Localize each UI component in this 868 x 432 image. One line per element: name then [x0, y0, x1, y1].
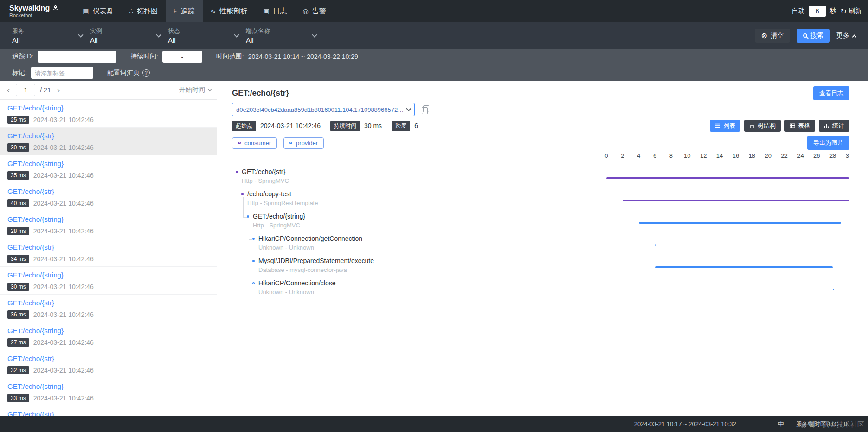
- trace-item-meta: 32 ms2024-03-21 10:42:46: [7, 366, 209, 374]
- trace-list-item[interactable]: GET:/echo/{str}36 ms2024-03-21 10:42:46: [0, 295, 217, 322]
- main-nav: ▤仪表盘∴拓扑图⊦追踪∿性能剖析▣日志◎告警: [75, 0, 334, 22]
- span-layer: Database - mysql-connector-java: [258, 266, 347, 273]
- alarm-icon: ◎: [303, 7, 309, 15]
- trace-detail-panel: GET:/echo/{str} 查看日志 d0e203cf40cb42daaa8…: [217, 81, 868, 416]
- filter-select-value: All: [246, 36, 311, 44]
- language-toggle[interactable]: 中: [778, 420, 784, 428]
- span-duration-bar[interactable]: [606, 177, 849, 179]
- span-node-dot[interactable]: [252, 282, 255, 284]
- chevron-down-icon: [156, 32, 161, 37]
- span-name[interactable]: HikariCP/Connection/getConnection: [258, 235, 362, 242]
- service-color-dot: [289, 142, 292, 144]
- tag-input[interactable]: [31, 67, 93, 79]
- help-icon[interactable]: ?: [142, 69, 150, 77]
- nav-item-topology[interactable]: ∴拓扑图: [121, 0, 166, 22]
- trace-list-item[interactable]: GET:/echo/{str}40 ms2024-03-21 10:42:46: [0, 183, 217, 211]
- filter-select-instance[interactable]: 实例All: [90, 27, 165, 44]
- refresh-interval-input[interactable]: [809, 6, 826, 17]
- nav-item-profile[interactable]: ∿性能剖析: [203, 0, 256, 22]
- clear-button[interactable]: ⊗ 清空: [755, 29, 790, 43]
- watermark-icon: ◉: [800, 421, 806, 429]
- span-node-dot[interactable]: [236, 171, 238, 173]
- trace-list-item[interactable]: GET:/echo/{str}: [0, 406, 217, 416]
- span-name[interactable]: HikariCP/Connection/close: [258, 279, 336, 287]
- config-vocabulary-link[interactable]: 配置词汇页 ?: [107, 69, 150, 77]
- span-duration-bar[interactable]: [655, 244, 656, 246]
- view-mode-table[interactable]: 表格: [784, 120, 815, 132]
- trace-list-item[interactable]: GET:/echo/{string}35 ms2024-03-21 10:42:…: [0, 155, 217, 183]
- trace-duration-badge: 30 ms: [7, 143, 29, 152]
- span-node-dot[interactable]: [241, 193, 244, 195]
- trace-item-meta: 30 ms2024-03-21 10:42:46: [7, 143, 209, 152]
- trace-duration-badge: 34 ms: [7, 255, 29, 263]
- advanced-filter-row-2: 标记: 配置词汇页 ?: [12, 67, 856, 79]
- spans-badge: 跨度: [392, 121, 410, 131]
- search-button[interactable]: 搜索: [797, 29, 830, 43]
- top-navbar: Skywalking Rocketbot ▤仪表盘∴拓扑图⊦追踪∿性能剖析▣日志…: [0, 0, 868, 22]
- span-name[interactable]: GET:/echo/{str}: [242, 168, 285, 175]
- trace-start-time: 2024-03-21 10:42:46: [33, 144, 94, 151]
- nav-item-trace[interactable]: ⊦追踪: [166, 0, 202, 22]
- filter-select-endpoint[interactable]: 端点名称All: [246, 27, 321, 44]
- span-duration-bar[interactable]: [655, 266, 833, 268]
- nav-item-alarm[interactable]: ◎告警: [295, 0, 334, 22]
- filter-select-label: 服务: [12, 27, 77, 35]
- sort-label: 开始时间: [179, 86, 205, 94]
- span-node-dot[interactable]: [252, 260, 255, 262]
- trace-duration-badge: 40 ms: [7, 199, 29, 207]
- footer-time-range[interactable]: 2024-03-21 10:17 ~ 2024-03-21 10:32: [634, 420, 736, 427]
- view-mode-stats[interactable]: 统计: [819, 120, 849, 132]
- trace-list-item[interactable]: GET:/echo/{string}33 ms2024-03-21 10:42:…: [0, 378, 217, 406]
- trace-list-item[interactable]: GET:/echo/{str}32 ms2024-03-21 10:42:46: [0, 350, 217, 378]
- trace-list-item[interactable]: GET:/echo/{str}34 ms2024-03-21 10:42:46: [0, 239, 217, 267]
- chevron-up-icon: [852, 34, 857, 39]
- logo: Skywalking Rocketbot: [9, 4, 59, 19]
- view-mode-list[interactable]: 列表: [710, 120, 740, 132]
- sort-selector[interactable]: 开始时间: [179, 86, 211, 94]
- span-layer: Http - SpringRestTemplate: [247, 200, 318, 206]
- filter-select-service[interactable]: 服务All: [12, 27, 87, 44]
- span-name[interactable]: Mysql/JDBI/PreparedStatement/execute: [258, 257, 374, 264]
- trace-list-item[interactable]: GET:/echo/{string}27 ms2024-03-21 10:42:…: [0, 322, 217, 350]
- next-page-button[interactable]: ›: [56, 85, 61, 95]
- bottom-bar: 2024-03-21 10:17 ~ 2024-03-21 10:32 中 服务…: [0, 416, 868, 432]
- trace-list-item[interactable]: GET:/echo/{str}30 ms2024-03-21 10:42:46: [0, 128, 217, 155]
- span-duration-bar[interactable]: [639, 222, 841, 224]
- more-label: 更多: [836, 32, 849, 40]
- trace-span-chart: 024681012141618202224262830GET:/echo/{st…: [232, 152, 849, 416]
- nav-item-log[interactable]: ▣日志: [255, 0, 295, 22]
- prev-page-button[interactable]: ‹: [6, 85, 11, 95]
- filter-select-label: 端点名称: [246, 27, 311, 35]
- span-duration-bar[interactable]: [833, 289, 834, 290]
- trace-id-select[interactable]: d0e203cf40cb42daaa859d1b80160011.104.171…: [232, 103, 415, 116]
- duration-input[interactable]: [162, 51, 202, 63]
- trace-list-item[interactable]: GET:/echo/{string}25 ms2024-03-21 10:42:…: [0, 100, 217, 128]
- export-image-button[interactable]: 导出为图片: [807, 136, 849, 150]
- legend-consumer[interactable]: consumer: [232, 137, 277, 149]
- legend-provider[interactable]: provider: [283, 137, 324, 149]
- trace-item-meta: 34 ms2024-03-21 10:42:46: [7, 255, 209, 263]
- span-duration-bar[interactable]: [623, 200, 849, 201]
- table-icon: [790, 123, 795, 129]
- trace-list-item[interactable]: GET:/echo/{string}30 ms2024-03-21 10:42:…: [0, 267, 217, 295]
- service-color-dot: [238, 142, 241, 144]
- trace-id-input[interactable]: [38, 51, 116, 63]
- span-node-dot[interactable]: [252, 238, 255, 240]
- page-number-input[interactable]: [16, 84, 35, 96]
- copy-icon[interactable]: [421, 105, 429, 114]
- trace-item-title: GET:/echo/{str}: [7, 132, 209, 141]
- time-range-value[interactable]: 2024-03-21 10:14 ~ 2024-03-22 10:29: [248, 53, 358, 60]
- span-node-dot[interactable]: [247, 215, 249, 218]
- span-name[interactable]: /echo/copy-test: [247, 190, 291, 198]
- span-name[interactable]: GET:/echo/{string}: [253, 213, 305, 220]
- more-toggle[interactable]: 更多: [836, 32, 856, 40]
- timeline-tick: 26: [813, 152, 820, 159]
- filter-select-status[interactable]: 状态All: [168, 27, 243, 44]
- trace-list-item[interactable]: GET:/echo/{string}28 ms2024-03-21 10:42:…: [0, 211, 217, 239]
- view-logs-button[interactable]: 查看日志: [813, 86, 849, 100]
- nav-item-dashboard[interactable]: ▤仪表盘: [75, 0, 121, 22]
- view-mode-tree[interactable]: 树结构: [744, 120, 781, 132]
- refresh-button[interactable]: ↻ 刷新: [841, 7, 862, 16]
- clear-label: 清空: [771, 32, 784, 40]
- nav-item-label: 日志: [273, 7, 287, 16]
